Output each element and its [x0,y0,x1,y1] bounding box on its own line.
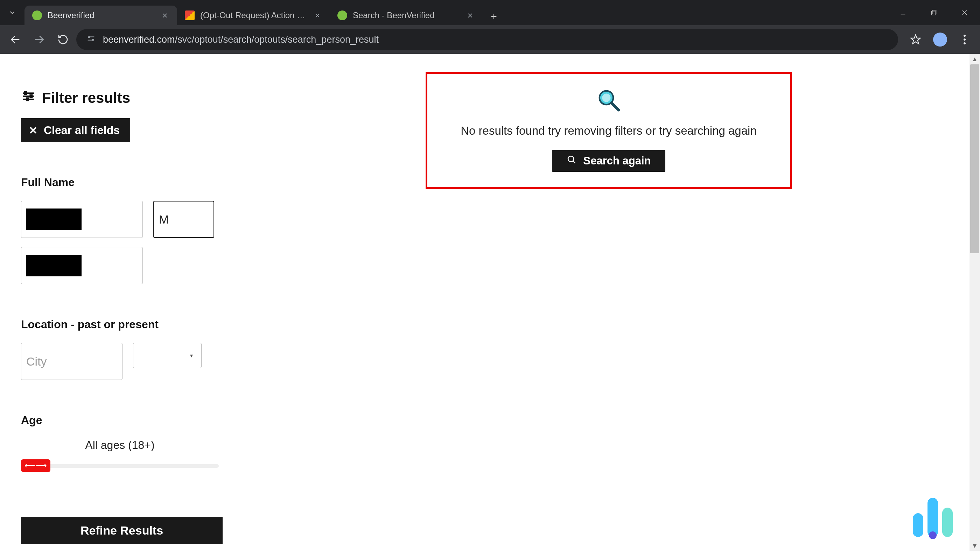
svg-point-13 [964,38,966,41]
tab-beenverified[interactable]: Beenverified × [24,6,177,25]
middle-initial-input[interactable] [159,213,208,226]
tab-title: Search - BeenVerified [353,11,459,20]
svg-point-22 [602,94,610,102]
tab-title: Beenverified [48,11,154,20]
browser-titlebar: Beenverified × (Opt-Out Request) Action … [0,0,980,25]
svg-point-24 [568,156,574,162]
filter-heading: Filter results [21,89,219,107]
widget-bar-icon [928,498,938,537]
age-slider[interactable]: ⟵⟶ [21,461,219,470]
results-area: No results found try removing filters or… [240,54,980,551]
divider [21,301,219,301]
svg-marker-11 [911,35,921,44]
maximize-button[interactable] [918,0,949,25]
svg-point-12 [964,35,966,37]
profile-avatar[interactable] [930,29,951,50]
url-text: beenverified.com/svc/optout/search/optou… [103,34,379,45]
favicon-beenverified [337,11,347,20]
svg-rect-1 [932,10,936,14]
divider [21,397,219,397]
browser-toolbar: beenverified.com/svc/optout/search/optou… [0,25,980,54]
search-again-button[interactable]: Search again [552,150,666,172]
location-label: Location - past or present [21,318,219,331]
last-name-field[interactable] [21,247,143,284]
no-results-callout: No results found try removing filters or… [426,72,792,189]
svg-point-14 [964,42,966,44]
close-tab-icon[interactable]: × [312,10,323,21]
widget-bar-icon [942,508,953,537]
full-name-label: Full Name [21,176,219,189]
sliders-icon [21,89,36,107]
page-viewport: Filter results ✕ Clear all fields Full N… [0,54,980,551]
address-bar[interactable]: beenverified.com/svc/optout/search/optou… [76,29,898,50]
slider-track [21,464,219,468]
favicon-beenverified [32,11,42,20]
support-chat-widget[interactable] [910,495,956,540]
minimize-button[interactable] [888,0,918,25]
tab-gmail-optout[interactable]: (Opt-Out Request) Action requi × [177,6,330,25]
close-tab-icon[interactable]: × [465,10,475,21]
tab-strip: Beenverified × (Opt-Out Request) Action … [24,4,503,25]
close-tab-icon[interactable]: × [160,10,170,21]
widget-bar-icon [913,513,923,537]
redacted-first-name [26,208,81,230]
back-button[interactable] [5,29,26,50]
svg-rect-2 [931,11,935,15]
svg-point-7 [88,36,90,38]
reload-button[interactable] [52,29,73,50]
svg-point-9 [92,39,94,41]
x-icon: ✕ [29,124,37,137]
city-field[interactable] [21,343,123,380]
tab-search-bv[interactable]: Search - BeenVerified × [330,6,482,25]
filter-sidebar: Filter results ✕ Clear all fields Full N… [0,54,240,551]
age-value-text: All ages (18+) [21,439,219,452]
favicon-gmail [185,11,195,20]
scrollbar-thumb[interactable] [970,64,979,253]
tab-search-dropdown[interactable] [0,0,24,25]
bookmark-star-icon[interactable] [905,29,926,50]
svg-rect-20 [27,98,29,100]
clear-all-label: Clear all fields [44,124,120,137]
site-info-icon[interactable] [86,33,96,46]
new-tab-button[interactable]: + [485,8,503,25]
scroll-down-icon[interactable]: ▼ [969,540,980,551]
scroll-up-icon[interactable]: ▲ [969,54,980,64]
filter-heading-text: Filter results [42,90,130,106]
middle-initial-field[interactable] [153,201,214,238]
svg-line-25 [573,161,575,163]
vertical-scrollbar[interactable]: ▲ ▼ [969,54,980,551]
first-name-field[interactable] [21,201,143,238]
svg-rect-18 [25,92,27,94]
city-input[interactable] [26,355,117,368]
svg-line-23 [612,103,619,110]
search-again-label: Search again [584,155,651,167]
svg-rect-19 [30,95,32,98]
clear-all-fields-button[interactable]: ✕ Clear all fields [21,118,130,142]
redacted-last-name [26,255,81,276]
tab-title: (Opt-Out Request) Action requi [200,11,307,20]
kebab-menu-icon[interactable] [954,29,975,50]
divider [21,159,219,159]
close-window-button[interactable] [949,0,980,25]
state-select[interactable]: ▾ [133,343,202,368]
slider-handle[interactable]: ⟵⟶ [21,459,50,472]
no-results-message: No results found try removing filters or… [441,124,776,138]
window-controls [888,0,980,25]
age-label: Age [21,414,219,427]
refine-results-button[interactable]: Refine Results [21,517,223,544]
forward-button[interactable] [29,29,50,50]
search-icon [566,155,576,167]
caret-down-icon: ▾ [190,352,193,359]
magnifier-icon [597,88,621,112]
